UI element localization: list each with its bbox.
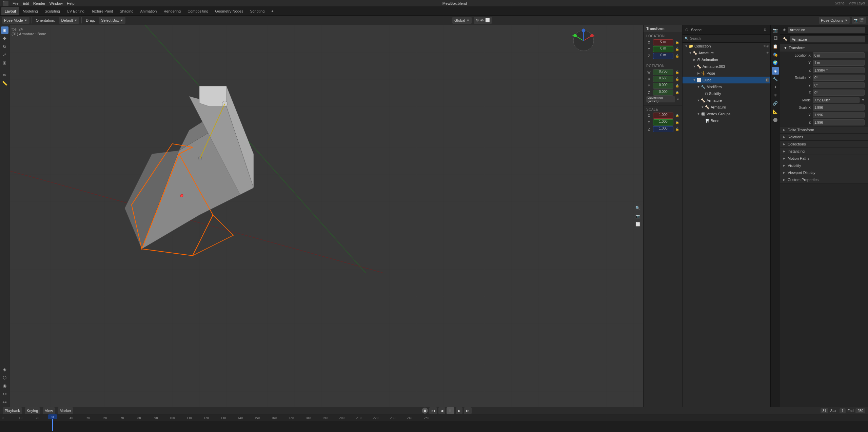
orientation-selector[interactable]: Default ▼	[59, 17, 79, 24]
tree-item-armature-inner[interactable]: ▼ 🦴 Armature	[683, 104, 770, 111]
tab-uv-editing[interactable]: UV Editing	[63, 7, 88, 15]
view-layer-controls[interactable]: 📷 🎬	[852, 17, 866, 24]
scale-x-lock[interactable]: 🔒	[675, 113, 679, 118]
jump-start-btn[interactable]: ⏮	[429, 407, 437, 414]
restrict-icon[interactable]: ◉	[766, 44, 769, 48]
rotation-y-field[interactable]: 0.000	[653, 83, 673, 89]
location-y-lock[interactable]: 🔒	[675, 47, 679, 52]
tree-item-armature003[interactable]: ▼ 🦴 Armature.003	[683, 63, 770, 70]
rotation-z-field[interactable]: 0.000	[653, 90, 673, 96]
viewport-icon-2[interactable]: 👁	[480, 18, 484, 22]
prop-icon-scene[interactable]: 🎭	[772, 51, 779, 58]
tree-item-animation[interactable]: ▶ ⏱ Animation	[683, 56, 770, 63]
transform-section-header[interactable]: ▼ Transform	[780, 44, 868, 52]
tool-annotate[interactable]: ✏	[1, 71, 8, 79]
eye-icon[interactable]: 👁	[763, 44, 766, 48]
tree-item-armature[interactable]: ▼ 🦴 Armature 👁	[683, 50, 770, 56]
prop-instancing[interactable]: ▶ Instancing	[780, 148, 868, 155]
prop-rot-y-value[interactable]: 0°	[813, 82, 865, 88]
prop-rot-z-value[interactable]: 0°	[813, 90, 865, 96]
prop-icon-material[interactable]: ⬤	[772, 116, 779, 123]
viewport-icons[interactable]: ⊕ 👁 ⬜	[474, 17, 492, 24]
scale-z-field[interactable]: 1.000	[653, 126, 673, 132]
menu-window[interactable]: Window	[50, 1, 63, 5]
tree-item-modifiers[interactable]: ▼ 🔧 Modifiers	[683, 83, 770, 90]
tool-measure[interactable]: 📏	[1, 79, 8, 87]
scale-y-lock[interactable]: 🔒	[675, 120, 679, 125]
tree-item-cube[interactable]: ▼ ⬜ Cube C	[683, 77, 770, 83]
timeline-marker[interactable]: Marker	[58, 407, 73, 414]
menu-help[interactable]: Help	[67, 1, 75, 5]
prop-scale-z-value[interactable]: 1.996	[813, 119, 865, 125]
pose-options[interactable]: Pose Options ▼	[819, 17, 850, 24]
tool-scale[interactable]: ⤢	[1, 51, 8, 58]
view-nav-zoom[interactable]: 🔍	[634, 204, 641, 211]
tab-texture-paint[interactable]: Texture Paint	[88, 7, 116, 15]
location-z-lock[interactable]: 🔒	[675, 54, 679, 58]
prop-icon-output[interactable]: 🎞	[772, 35, 779, 42]
prop-relations[interactable]: ▶ Relations	[780, 134, 868, 141]
tree-item-collection[interactable]: ▼ 📁 Collection 👁 ◉	[683, 43, 770, 50]
scale-z-lock[interactable]: 🔒	[675, 127, 679, 132]
viewport-icon-1[interactable]: ⊕	[476, 18, 479, 22]
prop-rot-x-value[interactable]: 0°	[813, 75, 865, 81]
rotation-x-field[interactable]: 0.659	[653, 76, 673, 82]
outliner-search-input[interactable]	[690, 37, 768, 40]
object-name-field[interactable]: Armature	[788, 27, 865, 33]
outliner-filter-btn[interactable]: ⚙	[762, 27, 768, 33]
prop-icon-world[interactable]: 🌍	[772, 59, 779, 66]
rotation-w-field[interactable]: 0.750	[653, 69, 673, 75]
prev-frame-btn[interactable]: ◀	[438, 407, 445, 414]
timeline-keying[interactable]: Keying	[25, 407, 40, 414]
tab-sculpting[interactable]: Sculpting	[41, 7, 63, 15]
tool-extra-5[interactable]: ⊶	[1, 398, 8, 406]
rotation-z-lock[interactable]: 🔒	[675, 90, 679, 95]
location-y-field[interactable]: 0 m	[653, 46, 673, 52]
timeline-playback[interactable]: Playback	[3, 407, 22, 414]
timeline-content[interactable]: 0 10 20 30 40 50 60 70 80 90 100 110 120…	[0, 414, 868, 432]
prop-icon-data[interactable]: 📐	[772, 108, 779, 115]
tool-extra-2[interactable]: ⬡	[1, 374, 8, 381]
rotation-y-lock[interactable]: 🔒	[675, 83, 679, 88]
tree-item-vertex-groups[interactable]: ▼ 🔘 Vertex Groups	[683, 111, 770, 117]
tree-item-bone[interactable]: 🦷 Bone	[683, 117, 770, 124]
prop-scale-y-value[interactable]: 1.996	[813, 112, 865, 118]
tab-compositing[interactable]: Compositing	[184, 7, 212, 15]
data-name-field[interactable]: Armature	[790, 36, 865, 42]
mode-selector[interactable]: Pose Mode ▼	[2, 17, 29, 24]
viewport-3d[interactable]: fps: 24 (31) Armature : Bone X Y Z	[9, 25, 643, 407]
tool-move[interactable]: ✥	[1, 35, 8, 42]
prop-viewport-display[interactable]: ▶ Viewport Display	[780, 169, 868, 176]
prop-icon-render[interactable]: 📷	[772, 26, 779, 34]
prop-icon-object[interactable]: ◈	[772, 67, 779, 75]
scale-x-field[interactable]: 1.000	[653, 113, 673, 119]
tab-animation[interactable]: Animation	[137, 7, 160, 15]
drag-selector[interactable]: Select Box ▼	[99, 17, 125, 24]
prop-motion-paths[interactable]: ▶ Motion Paths	[780, 155, 868, 162]
prop-collections[interactable]: ▶ Collections	[780, 141, 868, 148]
view-nav-camera[interactable]: 📷	[634, 213, 641, 219]
play-stop-btn[interactable]: ⏹	[422, 408, 428, 414]
menu-render[interactable]: Render	[33, 1, 45, 5]
prop-icon-particles[interactable]: ✦	[772, 83, 779, 91]
current-frame[interactable]: 31	[821, 408, 828, 413]
prop-delta-transform[interactable]: ▶ Delta Transform	[780, 126, 868, 134]
tool-cursor[interactable]: ⊕	[1, 26, 8, 34]
rotation-mode-selector[interactable]: Quaternion (WXYZ)	[646, 96, 675, 102]
tab-modeling[interactable]: Modeling	[19, 7, 41, 15]
view-nav-perspective[interactable]: ⬜	[634, 221, 641, 228]
prop-icon-view-layer[interactable]: 📋	[772, 43, 779, 50]
tool-extra-3[interactable]: ◉	[1, 382, 8, 389]
next-frame-btn[interactable]: ▶	[456, 407, 462, 414]
menu-edit[interactable]: Edit	[23, 1, 29, 5]
play-pause-btn[interactable]: ⏸	[447, 407, 454, 414]
tool-extra-1[interactable]: ◈	[1, 366, 8, 373]
location-z-field[interactable]: 0 m	[653, 53, 673, 59]
location-x-field[interactable]: 0 m	[653, 39, 673, 45]
prop-loc-z-value[interactable]: 1.9984 m	[813, 67, 865, 73]
rotation-w-lock[interactable]: 🔒	[675, 70, 679, 75]
tab-layout[interactable]: Layout	[1, 7, 19, 15]
tree-item-armature-mod[interactable]: ▼ 🦴 Armature	[683, 97, 770, 104]
prop-icon-modifiers[interactable]: 🔧	[772, 75, 779, 83]
eye-icon-2[interactable]: 👁	[766, 51, 769, 55]
